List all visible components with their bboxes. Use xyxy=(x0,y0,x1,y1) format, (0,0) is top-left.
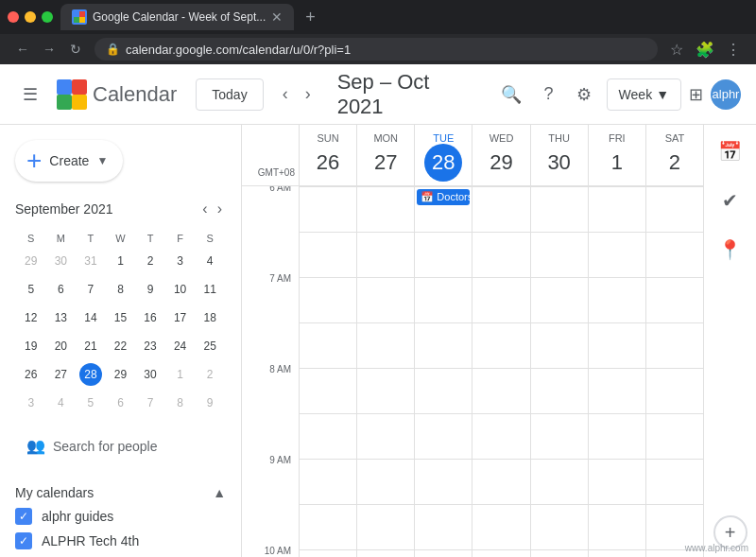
day-num-sun[interactable]: 26 xyxy=(309,144,347,182)
day-num-mon[interactable]: 27 xyxy=(367,144,404,182)
day-header-sat[interactable]: SAT 2 xyxy=(645,125,703,185)
mini-cal-day[interactable]: 25 xyxy=(196,333,224,359)
time-cell[interactable] xyxy=(299,504,356,549)
time-cell[interactable] xyxy=(645,186,703,232)
time-cell[interactable] xyxy=(414,322,472,368)
create-button[interactable]: + Create ▼ xyxy=(15,140,123,182)
day-header-tue[interactable]: TUE 28 xyxy=(414,125,472,185)
time-cell[interactable] xyxy=(588,549,645,557)
view-selector[interactable]: Week ▼ xyxy=(607,78,681,111)
mini-cal-day[interactable]: 18 xyxy=(196,305,224,331)
mini-cal-day[interactable]: 19 xyxy=(17,333,45,359)
help-btn[interactable]: ? xyxy=(537,77,561,112)
mini-cal-day[interactable]: 30 xyxy=(136,361,164,388)
mini-cal-day[interactable]: 27 xyxy=(47,361,76,388)
time-cell[interactable] xyxy=(356,232,414,277)
mini-cal-day[interactable]: 17 xyxy=(166,305,195,331)
today-button[interactable]: Today xyxy=(196,78,263,111)
mini-cal-day[interactable]: 2 xyxy=(196,361,224,388)
time-cell[interactable] xyxy=(530,368,588,413)
mini-cal-day[interactable]: 22 xyxy=(107,333,135,359)
time-cell[interactable] xyxy=(530,504,588,549)
mini-cal-day[interactable]: 11 xyxy=(196,276,224,303)
time-cell[interactable] xyxy=(588,322,645,368)
browser-tab[interactable]: Google Calendar - Week of Sept... ✕ xyxy=(60,4,294,30)
day-header-thu[interactable]: THU 30 xyxy=(530,125,588,185)
mini-cal-day[interactable]: 6 xyxy=(107,390,135,416)
calendar-item[interactable]: ✓ALPHR Tech 4th xyxy=(0,529,241,553)
mini-cal-day[interactable]: 15 xyxy=(107,305,135,331)
day-header-mon[interactable]: MON 27 xyxy=(356,125,414,185)
maximize-window-btn[interactable] xyxy=(42,11,53,23)
time-cell[interactable] xyxy=(588,368,645,413)
time-cell[interactable] xyxy=(645,232,703,277)
time-cell[interactable] xyxy=(588,186,645,232)
time-cell[interactable] xyxy=(530,549,588,557)
mini-cal-day[interactable]: 1 xyxy=(107,248,135,274)
right-panel-tasks-icon[interactable]: ✔ xyxy=(712,182,749,219)
time-cell[interactable] xyxy=(414,277,472,322)
mini-cal-day[interactable]: 23 xyxy=(136,333,164,359)
right-panel-calendar-icon[interactable]: 📅 xyxy=(712,132,749,170)
new-tab-btn[interactable]: + xyxy=(305,8,316,27)
time-cell[interactable] xyxy=(356,368,414,413)
mini-cal-day[interactable]: 3 xyxy=(166,248,195,274)
time-cell[interactable] xyxy=(472,368,529,413)
time-cell[interactable] xyxy=(299,277,356,322)
mini-cal-day[interactable]: 9 xyxy=(136,276,164,303)
time-cell[interactable] xyxy=(530,232,588,277)
mini-cal-day[interactable]: 20 xyxy=(47,333,76,359)
mini-cal-next-btn[interactable]: › xyxy=(214,197,226,221)
right-panel-maps-icon[interactable]: 📍 xyxy=(712,231,749,269)
mini-cal-day[interactable]: 31 xyxy=(77,248,105,274)
time-cell[interactable] xyxy=(299,232,356,277)
time-cell[interactable] xyxy=(472,549,529,557)
extensions-btn[interactable]: 🧩 xyxy=(694,38,716,61)
time-cell[interactable] xyxy=(356,186,414,232)
day-header-sun[interactable]: SUN 26 xyxy=(299,125,356,185)
time-cell[interactable] xyxy=(356,277,414,322)
mini-cal-day[interactable]: 4 xyxy=(196,248,224,274)
time-cell[interactable] xyxy=(299,368,356,413)
time-cell[interactable] xyxy=(414,368,472,413)
hamburger-menu-btn[interactable]: ☰ xyxy=(15,77,45,113)
time-cell[interactable] xyxy=(645,368,703,413)
calendar-checkbox[interactable]: ✓ xyxy=(15,508,32,525)
url-bar[interactable]: 🔒 calendar.google.com/calendar/u/0/r?pli… xyxy=(94,38,658,61)
time-cell[interactable] xyxy=(588,504,645,549)
mini-cal-day[interactable]: 24 xyxy=(166,333,195,359)
time-cell[interactable] xyxy=(414,232,472,277)
time-cell[interactable] xyxy=(588,277,645,322)
mini-cal-day[interactable]: 28 xyxy=(77,361,105,388)
mini-cal-day[interactable]: 13 xyxy=(47,305,76,331)
time-cell[interactable] xyxy=(472,232,529,277)
time-cell[interactable] xyxy=(356,549,414,557)
star-btn[interactable]: ☆ xyxy=(665,38,688,61)
day-num-fri[interactable]: 1 xyxy=(598,144,636,182)
time-cell[interactable] xyxy=(356,504,414,549)
calendar-item[interactable]: ✓alphr guides xyxy=(0,504,241,529)
calendar-item[interactable]: ✓Family xyxy=(0,553,241,557)
time-cell[interactable] xyxy=(472,504,529,549)
time-cell[interactable] xyxy=(356,322,414,368)
minimize-window-btn[interactable] xyxy=(25,11,36,23)
reload-btn[interactable]: ↻ xyxy=(64,38,87,61)
day-num-thu[interactable]: 30 xyxy=(541,144,578,182)
time-cell[interactable] xyxy=(530,277,588,322)
mini-cal-day[interactable]: 5 xyxy=(17,276,45,303)
time-cell[interactable] xyxy=(645,322,703,368)
time-cell[interactable] xyxy=(472,413,529,459)
mini-cal-day[interactable]: 10 xyxy=(166,276,195,303)
time-cell[interactable] xyxy=(645,459,703,504)
back-btn[interactable]: ← xyxy=(11,38,34,61)
time-cell[interactable] xyxy=(588,232,645,277)
time-cell[interactable] xyxy=(588,413,645,459)
user-avatar[interactable]: alphr xyxy=(711,79,741,110)
mini-cal-day[interactable]: 29 xyxy=(107,361,135,388)
time-cell[interactable] xyxy=(299,549,356,557)
time-cell[interactable] xyxy=(414,549,472,557)
time-cell[interactable] xyxy=(299,459,356,504)
apps-grid-btn[interactable]: ⊞ xyxy=(689,84,703,105)
my-calendars-header[interactable]: My calendars ▲ xyxy=(0,481,241,504)
time-cell[interactable] xyxy=(472,459,529,504)
